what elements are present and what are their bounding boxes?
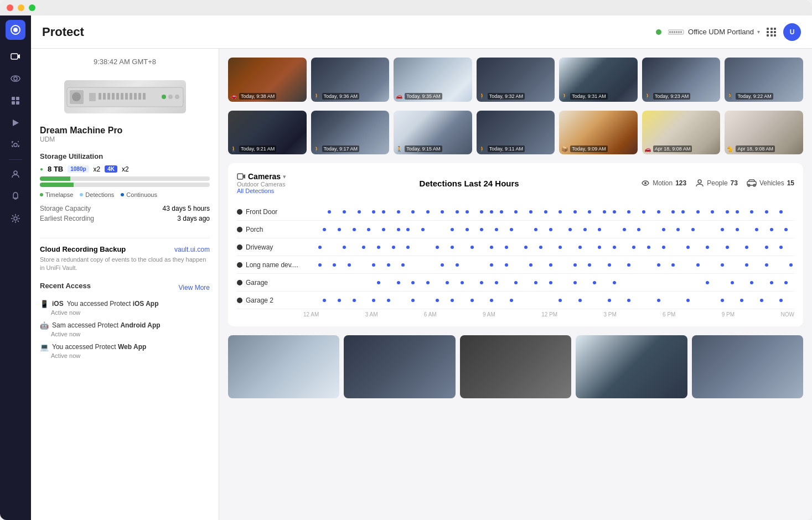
sidebar-item-playback[interactable] [6, 113, 25, 133]
svg-point-38 [175, 95, 179, 99]
timeline-row[interactable]: Garage [237, 274, 794, 292]
camera-grid-row2: 🚶 Today, 9:21 AM 🚶 Today, 9:17 AM [228, 111, 803, 155]
bottom-thumb-1[interactable] [228, 335, 339, 398]
detection-dot [662, 246, 665, 249]
sidebar-logo[interactable] [6, 20, 25, 40]
detection-dot [789, 263, 793, 267]
detection-dot [333, 263, 336, 267]
detection-dot [353, 299, 356, 302]
bottom-thumb-2[interactable] [344, 335, 455, 398]
cameras-selector[interactable]: Cameras ▾ Outdoor Cameras All Detections [237, 172, 286, 194]
legend-continuous-label: Continuous [126, 191, 157, 198]
detection-dot [662, 228, 665, 231]
detection-dot [784, 281, 788, 284]
camera-thumb-10[interactable]: 🚶 Today, 9:15 AM [394, 111, 472, 155]
detection-dot [490, 299, 493, 302]
camera-icon [11, 51, 20, 61]
detection-dot [372, 299, 375, 302]
timeline-row[interactable]: Driveway [237, 238, 794, 256]
device-selector[interactable]: Office UDM Portland ▾ [668, 28, 760, 36]
camera-thumb-5[interactable]: 🚶 Today, 9:31 AM [559, 58, 638, 102]
detection-dot [770, 281, 773, 284]
camera-grid-row1: 🚗 Today, 9:38 AM 🚶 Today, 9:36 AM [228, 58, 803, 102]
detection-dot [632, 246, 635, 249]
camera-thumb-9[interactable]: 🚶 Today, 9:17 AM [311, 111, 390, 155]
bar2-timelapse [40, 183, 74, 187]
view-more-button[interactable]: View More [179, 284, 210, 292]
cloud-title-row: Cloud Recording Backup vault.ui.com [40, 245, 210, 253]
camera-thumb-14[interactable]: 🐈 Apr 18, 9:08 AM [725, 111, 803, 155]
detection-dot [353, 228, 356, 231]
close-button[interactable] [7, 4, 13, 11]
timeline-row[interactable]: Front Door [237, 203, 794, 221]
camera-thumb-11[interactable]: 🚶 Today, 9:11 AM [477, 111, 555, 155]
maximize-button[interactable] [29, 4, 35, 11]
package-icon: 📦 [561, 146, 568, 152]
time-axis-label: 3 AM [365, 311, 378, 318]
camera-thumb-2[interactable]: 🚶 Today, 9:36 AM [311, 58, 390, 102]
camera-thumb-7[interactable]: 🚶 Today, 9:22 AM [725, 58, 803, 102]
svg-rect-29 [116, 93, 119, 100]
detection-dot [711, 210, 714, 214]
detection-panel: Cameras ▾ Outdoor Cameras All Detections… [228, 163, 803, 326]
time-axis-label: 9 PM [722, 311, 735, 318]
thumb-time-5: Today, 9:31 AM [570, 93, 607, 100]
header-actions: Office UDM Portland ▾ U [656, 23, 801, 41]
time-axis-label: 6 PM [663, 311, 675, 318]
legend-dot-continuous [121, 193, 124, 196]
icon-sidebar [0, 15, 31, 520]
detection-dot [696, 210, 700, 214]
timeline-row[interactable]: Porch [237, 221, 794, 238]
camera-thumb-1[interactable]: 🚗 Today, 9:38 AM [228, 58, 307, 102]
detection-dot [726, 210, 729, 214]
svg-rect-27 [107, 93, 110, 100]
udm-svg [64, 82, 186, 112]
sidebar-item-settings[interactable] [6, 209, 25, 228]
all-detections-link[interactable]: All Detections [237, 188, 286, 194]
vault-link[interactable]: vault.ui.com [174, 246, 210, 253]
sidebar-item-liveview[interactable] [6, 69, 25, 89]
svg-point-12 [14, 171, 17, 174]
detection-dot [657, 210, 660, 214]
vehicles-count: 15 [787, 179, 794, 187]
vehicles-label: Vehicles [759, 179, 784, 187]
sidebar-item-users[interactable] [6, 164, 25, 184]
detection-dot [779, 246, 783, 249]
svg-rect-35 [143, 93, 146, 100]
sidebar-item-alerts[interactable] [6, 186, 25, 206]
camera-thumb-6[interactable]: 🚶 Today, 9:23 AM [642, 58, 721, 102]
camera-thumb-8[interactable]: 🚶 Today, 9:21 AM [228, 111, 307, 155]
person-icon-6: 🚶 [230, 146, 237, 152]
bottom-thumb-4[interactable] [576, 335, 687, 398]
sidebar-item-cameras[interactable] [6, 46, 25, 66]
motion-icon [641, 179, 650, 188]
sidebar-item-grid[interactable] [6, 91, 25, 111]
minimize-button[interactable] [18, 4, 24, 11]
vehicles-stat: Vehicles 15 [747, 179, 794, 187]
bottom-thumb-3[interactable] [460, 335, 571, 398]
detection-dot [549, 263, 552, 267]
app-grid-button[interactable] [767, 28, 777, 37]
camera-thumb-13[interactable]: 🚗 Apr 18, 9:08 AM [642, 111, 721, 155]
svg-rect-39 [237, 174, 243, 179]
detection-dot [529, 263, 532, 267]
user-avatar[interactable]: U [783, 23, 801, 41]
sidebar-item-detect[interactable] [6, 135, 25, 155]
time-axis-label: NOW [780, 311, 794, 318]
bottom-thumb-5[interactable] [692, 335, 803, 398]
camera-thumb-12[interactable]: 📦 Today, 9:09 AM [559, 111, 638, 155]
camera-thumb-3[interactable]: 🚗 Today, 9:35 AM [394, 58, 472, 102]
timeline-row[interactable]: Long name dev.... [237, 256, 794, 274]
camera-thumb-4[interactable]: 🚶 Today, 9:32 AM [477, 58, 555, 102]
detection-dot [721, 228, 724, 231]
svg-point-42 [698, 180, 701, 183]
web-icon: 💻 [40, 343, 49, 351]
camera-status-dot [237, 245, 242, 250]
vehicle-stat-icon [747, 179, 757, 187]
detection-dot [755, 228, 758, 231]
timeline-row[interactable]: Garage 2 [237, 292, 794, 309]
app-window: Protect Office UDM Portlan [0, 0, 812, 520]
people-stat: People 73 [695, 179, 738, 188]
detection-dot [603, 210, 606, 214]
detection-dot [696, 263, 700, 267]
